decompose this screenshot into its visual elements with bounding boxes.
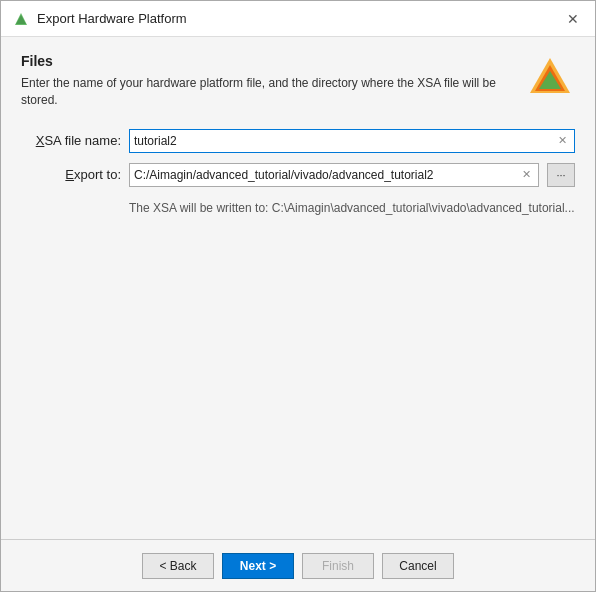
dialog-content: Files Enter the name of your hardware pl…	[1, 37, 595, 539]
export-path-input[interactable]	[134, 168, 518, 182]
export-clear-button[interactable]: ✕	[518, 167, 534, 183]
export-to-row: Export to: ✕ ···	[21, 163, 575, 187]
xsa-input-wrapper: ✕	[129, 129, 575, 153]
dialog-icon	[13, 11, 29, 27]
browse-button[interactable]: ···	[547, 163, 575, 187]
svg-marker-1	[16, 15, 26, 24]
xsa-info-text: The XSA will be written to: C:\Aimagin\a…	[129, 201, 575, 215]
header-area: Files Enter the name of your hardware pl…	[21, 53, 575, 129]
section-description: Enter the name of your hardware platform…	[21, 75, 509, 109]
dialog-footer: < Back Next > Finish Cancel	[1, 539, 595, 591]
form-area: XSA file name: ✕ Export to: ✕ ···	[21, 129, 575, 215]
vivado-logo-icon	[525, 53, 575, 103]
xsa-label: XSA file name:	[21, 133, 121, 148]
xsa-filename-row: XSA file name: ✕	[21, 129, 575, 153]
header-text: Files Enter the name of your hardware pl…	[21, 53, 509, 129]
export-label: Export to:	[21, 167, 121, 182]
dialog-title: Export Hardware Platform	[37, 11, 187, 26]
title-bar: Export Hardware Platform ✕	[1, 1, 595, 37]
section-title: Files	[21, 53, 509, 69]
logo-area	[525, 53, 575, 106]
export-hardware-dialog: Export Hardware Platform ✕ Files Enter t…	[0, 0, 596, 592]
xsa-clear-button[interactable]: ✕	[554, 133, 570, 149]
export-input-wrapper: ✕	[129, 163, 539, 187]
close-button[interactable]: ✕	[563, 9, 583, 29]
title-bar-left: Export Hardware Platform	[13, 11, 187, 27]
next-button[interactable]: Next >	[222, 553, 294, 579]
cancel-button[interactable]: Cancel	[382, 553, 454, 579]
back-button[interactable]: < Back	[142, 553, 214, 579]
finish-button[interactable]: Finish	[302, 553, 374, 579]
xsa-filename-input[interactable]	[134, 134, 554, 148]
